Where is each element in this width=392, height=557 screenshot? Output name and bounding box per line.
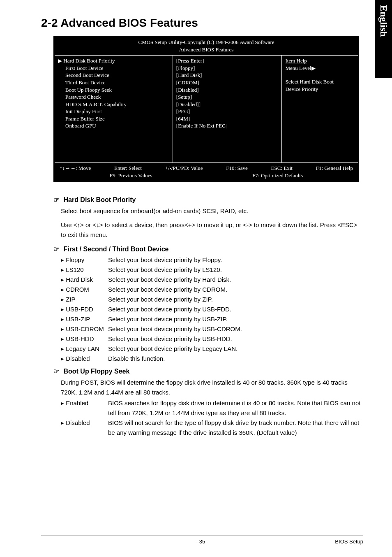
bios-item[interactable]: Frame Buffer Size bbox=[58, 115, 169, 123]
bios-item[interactable]: Third Boot Device bbox=[58, 79, 169, 86]
paragraph: Select boot sequence for onboard(or add-… bbox=[61, 206, 363, 216]
key-hint-f7: F7: Optimized Defaults bbox=[252, 172, 303, 179]
heading-text: First / Second / Third Boot Device bbox=[63, 246, 168, 253]
option-label: ▸ USB-FDD bbox=[61, 304, 108, 314]
option-description: Select your boot device priority by Hard… bbox=[108, 275, 363, 285]
page-number: - 35 - bbox=[41, 538, 363, 545]
bios-value: [Disabled] bbox=[176, 86, 279, 94]
bios-value: [PEG] bbox=[176, 108, 279, 115]
bios-value: [64M] bbox=[176, 115, 279, 123]
option-row: ▸ DisabledDisable this function. bbox=[61, 354, 363, 364]
option-label: ▸ Hard Disk bbox=[61, 275, 108, 285]
option-row: ▸ CDROMSelect your boot device priority … bbox=[61, 285, 363, 295]
section-title: 2-2 Advanced BIOS Features bbox=[41, 16, 363, 30]
option-row: ▸ ZIPSelect your boot device priority by… bbox=[61, 295, 363, 304]
bios-subtitle: Advanced BIOS Features bbox=[55, 46, 358, 53]
heading-floppy-seek: ☞ Boot Up Floppy Seek bbox=[53, 366, 363, 377]
bios-value: [Floppy] bbox=[176, 65, 279, 72]
bios-header: CMOS Setup Utility-Copyright (C) 1984-20… bbox=[55, 37, 358, 55]
option-label: ▸ Floppy bbox=[61, 255, 108, 265]
option-description: Select your boot device priority by Flop… bbox=[108, 255, 363, 265]
language-tab: English bbox=[375, 0, 392, 78]
pointer-icon: ☞ bbox=[53, 366, 62, 377]
option-description: Select your boot device priority by Lega… bbox=[108, 344, 363, 354]
option-description: BIOS searches for floppy disk drive to d… bbox=[108, 398, 363, 418]
help-title: Item Help bbox=[285, 57, 355, 65]
bios-item[interactable]: First Boot Device bbox=[58, 65, 169, 72]
option-label: ▸ CDROM bbox=[61, 285, 108, 295]
option-label: ▸ LS120 bbox=[61, 265, 108, 275]
option-label: ▸ Disabled bbox=[61, 418, 108, 438]
bios-value: [Hard Disk] bbox=[176, 72, 279, 79]
pointer-icon: ☞ bbox=[53, 244, 62, 255]
bios-values-list: [Press Enter] [Floppy] [Hard Disk] [CDRO… bbox=[173, 56, 282, 162]
option-row: ▸ USB-FDDSelect your boot device priorit… bbox=[61, 304, 363, 314]
option-row: ▸ DisabledBIOS will not search for the t… bbox=[61, 418, 363, 438]
bios-item[interactable]: Onboard GPU bbox=[58, 122, 169, 130]
option-row: ▸ LS120Select your boot device priority … bbox=[61, 265, 363, 275]
key-hint-move: ↑↓→←: Move bbox=[60, 165, 91, 172]
option-label: ▸ USB-HDD bbox=[61, 334, 108, 344]
bios-help-panel: Item Help Menu Level▶ Select Hard Disk B… bbox=[282, 56, 358, 162]
bios-value: [Press Enter] bbox=[176, 57, 279, 65]
option-label: ▸ USB-CDROM bbox=[61, 324, 108, 334]
help-hint: Select Hard Disk Boot bbox=[285, 78, 355, 86]
key-hint-help: F1: General Help bbox=[316, 165, 353, 172]
option-description: Select your boot device priority by USB-… bbox=[108, 324, 363, 334]
heading-boot-device: ☞ First / Second / Third Boot Device bbox=[53, 244, 363, 255]
option-row: ▸ Hard DiskSelect your boot device prior… bbox=[61, 275, 363, 285]
key-hint-f5: F5: Previous Values bbox=[110, 172, 152, 179]
option-description: Select your boot device priority by CDRO… bbox=[108, 285, 363, 295]
option-row: ▸ EnabledBIOS searches for floppy disk d… bbox=[61, 398, 363, 418]
option-description: Select your boot device priority by USB-… bbox=[108, 334, 363, 344]
paragraph: Use <↑> or <↓> to select a device, then … bbox=[61, 220, 363, 240]
bios-value: [CDROM] bbox=[176, 79, 279, 86]
help-hint: Device Priority bbox=[285, 86, 355, 93]
bios-value: [Setup] bbox=[176, 93, 279, 101]
key-hint-enter: Enter: Select bbox=[114, 165, 142, 172]
page-footer: - 35 - BIOS Setup bbox=[41, 536, 363, 545]
heading-text: Hard Disk Boot Priority bbox=[63, 196, 136, 203]
bios-item[interactable]: Boot Up Floopy Seek bbox=[58, 86, 169, 94]
bios-item[interactable]: HDD S.M.A.R.T. Capability bbox=[58, 101, 169, 108]
option-row: ▸ Legacy LANSelect your boot device prio… bbox=[61, 344, 363, 354]
option-row: ▸ FloppySelect your boot device priority… bbox=[61, 255, 363, 265]
option-label: ▸ ZIP bbox=[61, 295, 108, 304]
option-description: Select your boot device priority by USB-… bbox=[108, 304, 363, 314]
bios-item[interactable]: Init Display First bbox=[58, 108, 169, 115]
paragraph: During POST, BIOS will determine the flo… bbox=[61, 378, 363, 397]
bios-value: [Disabled]] bbox=[176, 101, 279, 108]
option-description: BIOS will not search for the type of flo… bbox=[108, 418, 363, 438]
key-hint-value: +/-/PU/PD: Value bbox=[165, 165, 203, 172]
key-hint-esc: ESC: Exit bbox=[271, 165, 293, 172]
bios-item[interactable]: Password Check bbox=[58, 93, 169, 101]
key-hint-save: F10: Save bbox=[226, 165, 247, 172]
option-label: ▸ Enabled bbox=[61, 398, 108, 418]
bios-window: CMOS Setup Utility-Copyright (C) 1984-20… bbox=[53, 36, 359, 182]
bios-settings-list[interactable]: ▶ Hard Disk Boot Priority First Boot Dev… bbox=[55, 56, 173, 162]
option-description: Select your boot device priority by ZIP. bbox=[108, 295, 363, 304]
option-description: Disable this function. bbox=[108, 354, 363, 364]
option-label: ▸ Disabled bbox=[61, 354, 108, 364]
bios-copyright: CMOS Setup Utility-Copyright (C) 1984-20… bbox=[55, 39, 358, 46]
pointer-icon: ☞ bbox=[53, 195, 62, 205]
heading-hdbp: ☞ Hard Disk Boot Priority bbox=[53, 195, 363, 205]
bios-item[interactable]: ▶ Hard Disk Boot Priority bbox=[58, 57, 169, 65]
option-label: ▸ USB-ZIP bbox=[61, 314, 108, 324]
help-menu-level: Menu Level▶ bbox=[285, 65, 355, 72]
option-row: ▸ USB-HDDSelect your boot device priorit… bbox=[61, 334, 363, 344]
option-row: ▸ USB-ZIPSelect your boot device priorit… bbox=[61, 314, 363, 324]
option-row: ▸ USB-CDROMSelect your boot device prior… bbox=[61, 324, 363, 334]
option-description: Select your boot device priority by LS12… bbox=[108, 265, 363, 275]
bios-value: [Enable If No Ext PEG] bbox=[176, 122, 279, 130]
option-label: ▸ Legacy LAN bbox=[61, 344, 108, 354]
bios-item[interactable]: Second Boot Device bbox=[58, 72, 169, 79]
bios-footer: ↑↓→←: Move Enter: Select +/-/PU/PD: Valu… bbox=[55, 162, 358, 181]
option-description: Select your boot device priority by USB-… bbox=[108, 314, 363, 324]
heading-text: Boot Up Floppy Seek bbox=[63, 368, 129, 375]
